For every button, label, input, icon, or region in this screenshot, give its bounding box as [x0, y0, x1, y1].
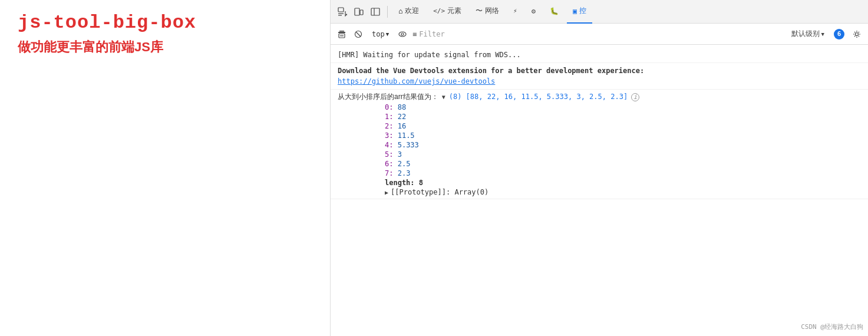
hmr-text: [HMR] Waiting for update signal from WDS… — [338, 51, 521, 59]
tab-separator — [387, 6, 388, 18]
val-1: 22 — [398, 113, 406, 121]
tab-welcome-label: 欢迎 — [405, 6, 419, 16]
performance-icon: ⚡ — [513, 7, 517, 15]
array-info-icon[interactable]: i — [631, 93, 639, 101]
tab-network-label: 网络 — [485, 6, 499, 16]
length-val: 8 — [419, 179, 423, 187]
svg-rect-7 — [338, 32, 345, 33]
home-icon: ⌂ — [398, 7, 402, 15]
console-entry-array: 从大到小排序后的arr结果值为： ▼ (8) [88, 22, 16, 11.5… — [331, 90, 868, 199]
settings-cog-icon: ⚙ — [532, 7, 536, 15]
eye-icon[interactable] — [396, 28, 409, 41]
site-subtitle: 做功能更丰富的前端JS库 — [18, 38, 312, 56]
block-icon[interactable] — [352, 28, 365, 41]
array-summary: (8) [88, 22, 16, 11.5, 5.333, 3, 2.5, 2.… — [449, 93, 628, 101]
idx-6: 6: — [385, 160, 398, 168]
idx-0: 0: — [385, 103, 398, 111]
val-0: 88 — [398, 103, 406, 111]
tab-elements[interactable]: </> 元素 — [427, 0, 467, 24]
device-icon[interactable] — [352, 5, 366, 19]
svg-point-16 — [401, 33, 404, 35]
array-expand-icon[interactable]: ▼ — [442, 94, 445, 100]
devtools-panel: ⌂ 欢迎 </> 元素 〜 网络 ⚡ ⚙ 🐛 ▣ 控 — [330, 0, 868, 336]
csdn-watermark: CSDN @经海路大白狗 — [801, 322, 863, 331]
svg-rect-5 — [371, 8, 379, 15]
download-text: Download the Vue Devtools extension for … — [338, 65, 861, 76]
left-panel: js-tool-big-box 做功能更丰富的前端JS库 — [0, 0, 330, 336]
array-item-0: 0: 88 — [385, 103, 861, 111]
console-entry-hmr: [HMR] Waiting for update signal from WDS… — [331, 47, 868, 63]
console-entry-download: Download the Vue Devtools extension for … — [331, 63, 868, 90]
devtools-link[interactable]: https://github.com/vuejs/vue-devtools — [338, 77, 495, 85]
tab-elements-label: 元素 — [447, 6, 461, 16]
tab-debug[interactable]: 🐛 — [544, 0, 565, 24]
clear-console-button[interactable] — [335, 28, 348, 41]
array-item-7: 7: 2.3 — [385, 169, 861, 177]
array-item-6: 6: 2.5 — [385, 160, 861, 168]
devtools-top-toolbar: ⌂ 欢迎 </> 元素 〜 网络 ⚡ ⚙ 🐛 ▣ 控 — [331, 0, 868, 24]
site-title: js-tool-big-box — [18, 12, 312, 34]
message-count[interactable]: 6 — [831, 28, 847, 41]
tab-settings[interactable]: ⚙ — [526, 0, 542, 24]
array-header: 从大到小排序后的arr结果值为： ▼ (8) [88, 22, 16, 11.5… — [338, 92, 861, 102]
console-toolbar: top ▼ ≡ Filter 默认级别 ▼ 6 — [331, 24, 868, 45]
top-label: top — [372, 30, 385, 38]
idx-2: 2: — [385, 122, 398, 130]
svg-point-17 — [856, 32, 859, 35]
idx-4: 4: — [385, 141, 398, 149]
tab-welcome[interactable]: ⌂ 欢迎 — [392, 0, 425, 24]
svg-rect-8 — [339, 31, 344, 32]
idx-7: 7: — [385, 169, 398, 177]
level-arrow: ▼ — [821, 31, 824, 37]
array-item-3: 3: 11.5 — [385, 131, 861, 140]
svg-rect-4 — [360, 10, 363, 15]
val-2: 16 — [398, 122, 406, 130]
console-icon: ▣ — [573, 7, 577, 15]
array-item-5: 5: 3 — [385, 150, 861, 159]
array-items: 0: 88 1: 22 2: 16 3: 11.5 4: 5.333 5: 3 — [338, 103, 861, 196]
val-6: 2.5 — [398, 160, 411, 168]
idx-1: 1: — [385, 113, 398, 121]
array-item-1: 1: 22 — [385, 113, 861, 121]
console-settings-icon[interactable] — [850, 28, 863, 41]
default-level-dropdown[interactable]: 默认级别 ▼ — [788, 28, 828, 40]
val-3: 11.5 — [398, 131, 415, 140]
svg-rect-3 — [355, 8, 359, 15]
array-prototype: ▶[[Prototype]]: Array(0) — [385, 188, 861, 196]
download-link-container: https://github.com/vuejs/vue-devtools — [338, 76, 861, 87]
svg-rect-0 — [338, 8, 344, 12]
filter-icon: ≡ — [412, 30, 417, 38]
default-level-label: 默认级别 — [791, 29, 820, 39]
val-4: 5.333 — [398, 141, 419, 149]
svg-line-14 — [356, 32, 361, 37]
idx-3: 3: — [385, 131, 398, 140]
filter-area: ≡ Filter — [412, 30, 445, 38]
val-5: 3 — [398, 150, 402, 159]
tab-console[interactable]: ▣ 控 — [567, 0, 592, 24]
panel-icon[interactable] — [368, 5, 382, 19]
array-label: 从大到小排序后的arr结果值为： — [338, 92, 438, 102]
tab-performance[interactable]: ⚡ — [507, 0, 523, 24]
svg-point-15 — [399, 32, 406, 37]
message-count-badge: 6 — [834, 29, 844, 39]
tab-console-label: 控 — [579, 6, 586, 16]
dropdown-arrow: ▼ — [386, 31, 389, 37]
console-content: [HMR] Waiting for update signal from WDS… — [331, 45, 868, 336]
array-item-4: 4: 5.333 — [385, 141, 861, 149]
top-dropdown[interactable]: top ▼ — [368, 29, 392, 39]
tab-network[interactable]: 〜 网络 — [470, 0, 505, 24]
elements-icon: </> — [433, 7, 445, 15]
array-length: length: 8 — [385, 179, 861, 187]
bug-icon: 🐛 — [550, 7, 559, 15]
filter-placeholder: Filter — [419, 30, 444, 38]
val-7: 2.3 — [398, 169, 411, 177]
array-item-2: 2: 16 — [385, 122, 861, 130]
proto-expand-icon[interactable]: ▶ — [385, 189, 388, 196]
idx-5: 5: — [385, 150, 398, 159]
network-icon: 〜 — [476, 6, 483, 16]
inspect-icon[interactable] — [335, 5, 349, 19]
